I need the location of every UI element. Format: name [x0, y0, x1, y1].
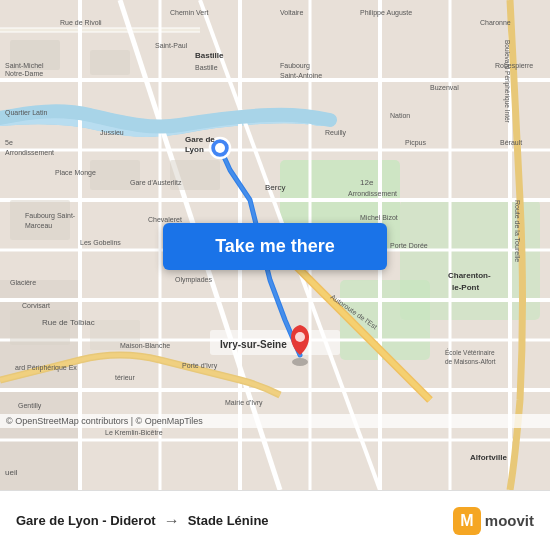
route-info: Gare de Lyon - Diderot → Stade Lénine [16, 512, 453, 530]
svg-text:Lyon: Lyon [185, 145, 204, 154]
svg-text:térieur: térieur [115, 374, 136, 381]
svg-text:Bérault: Bérault [500, 139, 522, 146]
svg-point-33 [215, 143, 225, 153]
svg-rect-28 [10, 200, 70, 240]
bottom-bar: Gare de Lyon - Diderot → Stade Lénine M … [0, 490, 550, 550]
svg-text:Arrondissement: Arrondissement [348, 190, 397, 197]
svg-text:Maison-Blanche: Maison-Blanche [120, 342, 170, 349]
svg-text:ard Périphérique Ex: ard Périphérique Ex [15, 364, 77, 372]
svg-text:Voltaire: Voltaire [280, 9, 303, 16]
svg-text:Porte d'Ivry: Porte d'Ivry [182, 362, 218, 370]
svg-text:Chemin Vert: Chemin Vert [170, 9, 209, 16]
svg-text:Jussieu: Jussieu [100, 129, 124, 136]
svg-text:Quartier Latin: Quartier Latin [5, 109, 48, 117]
svg-text:Bercy: Bercy [265, 183, 285, 192]
svg-text:Picpus: Picpus [405, 139, 427, 147]
svg-point-34 [292, 358, 308, 366]
svg-text:Chevaleret: Chevaleret [148, 216, 182, 223]
svg-text:Gentilly: Gentilly [18, 402, 42, 410]
svg-text:Alfortville: Alfortville [470, 453, 507, 462]
svg-text:Mairie d'Ivry: Mairie d'Ivry [225, 399, 263, 407]
svg-text:Nation: Nation [390, 112, 410, 119]
svg-text:Reuilly: Reuilly [325, 129, 347, 137]
origin-station: Gare de Lyon - Diderot [16, 513, 156, 528]
svg-text:Marceau: Marceau [25, 222, 52, 229]
svg-text:Le Kremlin-Bicêtre: Le Kremlin-Bicêtre [105, 429, 163, 436]
svg-text:Porte Dorée: Porte Dorée [390, 242, 428, 249]
svg-text:Saint-Paul: Saint-Paul [155, 42, 188, 49]
destination-station: Stade Lénine [188, 513, 269, 528]
svg-text:Rue de Rivoli: Rue de Rivoli [60, 19, 102, 26]
svg-rect-29 [10, 310, 70, 345]
svg-text:Arrondissement: Arrondissement [5, 149, 54, 156]
svg-text:Rue de Tolbiac: Rue de Tolbiac [42, 318, 95, 327]
svg-text:Ivry-sur-Seine: Ivry-sur-Seine [220, 339, 287, 350]
moovit-logo: M moovit [453, 507, 534, 535]
svg-text:12e: 12e [360, 178, 374, 187]
svg-text:Bastille: Bastille [195, 64, 218, 71]
route-arrow-icon: → [164, 512, 180, 530]
svg-text:Buzenval: Buzenval [430, 84, 459, 91]
svg-rect-25 [90, 50, 130, 75]
map-container: Rue de Rivoli Chemin Vert Voltaire Phili… [0, 0, 550, 490]
svg-text:Place Monge: Place Monge [55, 169, 96, 177]
svg-text:École Vétérinaire: École Vétérinaire [445, 348, 495, 356]
moovit-logo-text: moovit [485, 512, 534, 529]
svg-text:Charenton-: Charenton- [448, 271, 491, 280]
svg-text:Michel Bizot: Michel Bizot [360, 214, 398, 221]
moovit-logo-icon: M [453, 507, 481, 535]
take-me-there-button[interactable]: Take me there [163, 223, 387, 270]
svg-text:Route de la Tourelle: Route de la Tourelle [514, 200, 521, 262]
svg-text:Bastille: Bastille [195, 51, 224, 60]
svg-text:Olympiades: Olympiades [175, 276, 212, 284]
svg-text:ueil: ueil [5, 468, 18, 477]
svg-text:Notre-Dame: Notre-Dame [5, 70, 43, 77]
svg-text:Philippe Auguste: Philippe Auguste [360, 9, 412, 17]
svg-text:Faubourg: Faubourg [280, 62, 310, 70]
svg-text:Gare d'Austerlitz: Gare d'Austerlitz [130, 179, 182, 186]
svg-text:Corvisart: Corvisart [22, 302, 50, 309]
svg-text:Gare de: Gare de [185, 135, 215, 144]
svg-text:Boulevard Périphérique Intér: Boulevard Périphérique Intér [503, 40, 511, 124]
map-attribution: © OpenStreetMap contributors | © OpenMap… [0, 414, 550, 428]
svg-text:5e: 5e [5, 139, 13, 146]
svg-point-35 [295, 332, 305, 342]
svg-text:Robespierre: Robespierre [495, 62, 533, 70]
svg-text:Les Gobelins: Les Gobelins [80, 239, 121, 246]
svg-text:Saint-Antoine: Saint-Antoine [280, 72, 322, 79]
svg-text:Glacière: Glacière [10, 279, 36, 286]
svg-text:Charonne: Charonne [480, 19, 511, 26]
svg-text:Saint-Michel: Saint-Michel [5, 62, 44, 69]
svg-text:de Maisons-Alfort: de Maisons-Alfort [445, 358, 496, 365]
svg-text:le-Pont: le-Pont [452, 283, 479, 292]
svg-text:Faubourg Saint-: Faubourg Saint- [25, 212, 76, 220]
